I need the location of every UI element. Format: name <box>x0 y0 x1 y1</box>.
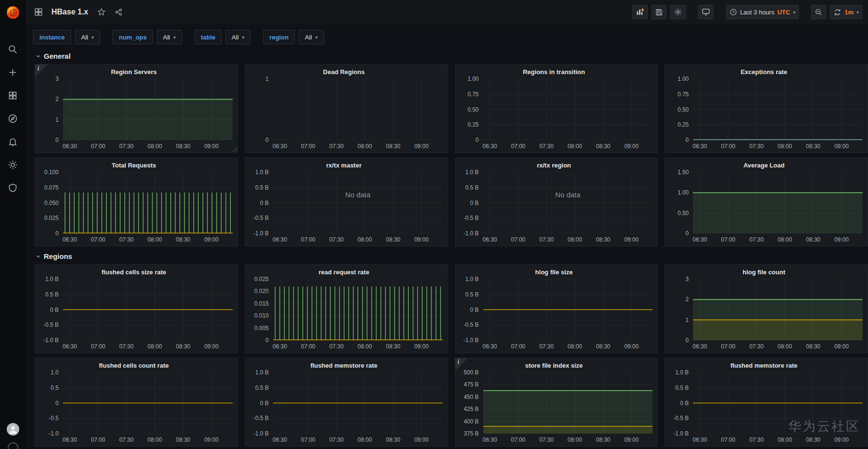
chart-plot-area[interactable] <box>693 279 863 340</box>
panel-resize-handle[interactable] <box>232 147 237 152</box>
x-tick-label: 09:00 <box>414 343 428 350</box>
panel-title[interactable]: rx/tx master <box>245 158 443 172</box>
panel-title[interactable]: Average Load <box>665 158 863 172</box>
variable-label-table[interactable]: table <box>195 30 222 44</box>
y-axis-labels: 1.000.750.500.250 <box>455 79 483 140</box>
section-title: General <box>44 52 71 60</box>
variable-value-dropdown-instance[interactable]: All▾ <box>75 30 100 44</box>
variable-value-dropdown-region[interactable]: All▾ <box>299 30 324 44</box>
add-panel-button[interactable] <box>632 5 648 19</box>
chart-plot-area[interactable]: No data <box>483 172 653 233</box>
x-tick-label: 07:00 <box>301 143 315 150</box>
share-icon[interactable] <box>113 6 125 18</box>
chart-plot-area[interactable] <box>63 79 233 140</box>
section-header-regions[interactable]: Regions <box>36 252 868 260</box>
x-tick-label: 07:30 <box>119 436 134 443</box>
y-tick-label: 0 B <box>50 307 59 313</box>
chart-plot-area[interactable] <box>693 79 863 140</box>
panel-title[interactable]: rx/tx region <box>455 158 653 172</box>
panel-title[interactable]: flushed cells count rate <box>35 358 233 372</box>
y-tick-label: 0.100 <box>44 169 59 176</box>
panel-title[interactable]: Dead Regions <box>245 64 443 79</box>
x-axis-labels: 06:3007:0007:3008:0008:3009:00 <box>483 434 653 445</box>
y-tick-label: -1.0 <box>49 430 59 437</box>
x-tick-label: 07:00 <box>721 143 735 150</box>
y-tick-label: -0.5 B <box>463 215 478 221</box>
chart-plot-area[interactable] <box>63 372 233 434</box>
panel-title[interactable]: flushed memstore rate <box>245 358 443 372</box>
variable-value-dropdown-table[interactable]: All▾ <box>226 30 251 44</box>
panel-title[interactable]: hlog file count <box>665 265 863 279</box>
chart-plot-area[interactable]: No data <box>273 172 443 233</box>
server-admin-shield-icon[interactable] <box>7 182 19 193</box>
panel-title[interactable]: store file index size <box>455 358 653 372</box>
grafana-logo[interactable] <box>0 0 25 25</box>
apps-grid-icon[interactable] <box>32 6 45 18</box>
x-axis-labels: 06:3007:0007:3008:0008:3009:00 <box>63 434 233 445</box>
chart-plot-area[interactable] <box>483 279 653 340</box>
tv-mode-button[interactable] <box>698 5 714 19</box>
panel-title[interactable]: Regions in transition <box>455 64 653 79</box>
user-avatar[interactable] <box>7 423 19 436</box>
x-tick-label: 07:00 <box>721 343 735 350</box>
sidebar <box>0 0 25 449</box>
chart-plot-area[interactable] <box>693 172 863 233</box>
refresh-button[interactable]: 1m ▾ <box>830 5 862 19</box>
panel-title[interactable]: Region Servers <box>35 64 233 79</box>
variable-label-instance[interactable]: instance <box>33 30 71 44</box>
chart-plot-area[interactable] <box>63 279 233 340</box>
x-tick-label: 07:30 <box>329 343 344 350</box>
time-range-picker[interactable]: Last 3 hours UTC ▾ <box>726 5 799 19</box>
configuration-gear-icon[interactable] <box>7 159 19 170</box>
chart-plot-area[interactable] <box>273 372 443 434</box>
alerting-bell-icon[interactable] <box>7 136 19 147</box>
x-axis-labels: 06:3007:0007:3008:0008:3009:00 <box>273 340 443 352</box>
variable-value-dropdown-num_ops[interactable]: All▾ <box>157 30 182 44</box>
y-tick-label: 0 B <box>680 400 689 407</box>
panel-info-icon[interactable]: i <box>35 64 48 77</box>
x-axis-labels: 06:3007:0007:3008:0008:3009:00 <box>273 233 443 245</box>
dashboard-settings-button[interactable] <box>670 5 686 19</box>
help-icon[interactable] <box>8 442 18 449</box>
x-axis-labels: 06:3007:0007:3008:0008:3009:00 <box>273 140 443 152</box>
x-tick-label: 09:00 <box>624 143 639 150</box>
x-tick-label: 08:30 <box>806 143 820 150</box>
chart-plot-area[interactable] <box>63 172 233 233</box>
x-tick-label: 08:00 <box>358 436 372 443</box>
y-tick-label: 0.020 <box>254 288 269 295</box>
chart-plot-area[interactable] <box>483 79 653 140</box>
variable-num_ops: num_opsAll▾ <box>113 30 182 44</box>
y-tick-label: 1 <box>55 116 59 123</box>
panel-title[interactable]: read request rate <box>245 265 443 279</box>
panel-title[interactable]: flushed cells size rate <box>35 265 233 279</box>
x-axis-labels: 06:3007:0007:3008:0008:3009:00 <box>693 233 863 245</box>
dashboards-grid-icon[interactable] <box>7 90 19 101</box>
chart-plot-area[interactable] <box>693 372 863 434</box>
zoom-out-button[interactable] <box>811 5 826 19</box>
x-tick-label: 08:00 <box>778 343 792 350</box>
variable-label-region[interactable]: region <box>263 30 295 44</box>
chart-plot-area[interactable] <box>273 79 443 140</box>
section-header-general[interactable]: General <box>36 52 868 60</box>
panel-title[interactable]: Exceptions rate <box>665 64 863 79</box>
panel-title[interactable]: flushed memstore rate <box>665 358 863 372</box>
create-plus-icon[interactable] <box>7 66 19 78</box>
x-tick-label: 08:00 <box>358 343 372 350</box>
panel-title[interactable]: hlog file size <box>455 265 653 279</box>
panel-title[interactable]: Total Requests <box>35 158 233 172</box>
y-tick-label: 0 B <box>470 200 478 206</box>
search-icon[interactable] <box>7 43 19 55</box>
y-tick-label: 1.00 <box>678 76 689 82</box>
variable-label-num_ops[interactable]: num_ops <box>113 30 153 44</box>
star-icon[interactable] <box>95 6 108 18</box>
y-axis-labels: 1.501.000.500 <box>665 172 693 233</box>
y-tick-label: 0.25 <box>467 121 478 128</box>
explore-compass-icon[interactable] <box>7 113 19 124</box>
dashboard-title[interactable]: HBase 1.x <box>51 8 88 16</box>
save-dashboard-button[interactable] <box>652 5 667 19</box>
y-tick-label: -1.0 B <box>253 430 269 437</box>
time-range-label: Last 3 hours <box>740 9 775 16</box>
chart-canvas <box>273 79 443 140</box>
chart-plot-area[interactable] <box>483 372 653 434</box>
chart-plot-area[interactable] <box>273 279 443 340</box>
